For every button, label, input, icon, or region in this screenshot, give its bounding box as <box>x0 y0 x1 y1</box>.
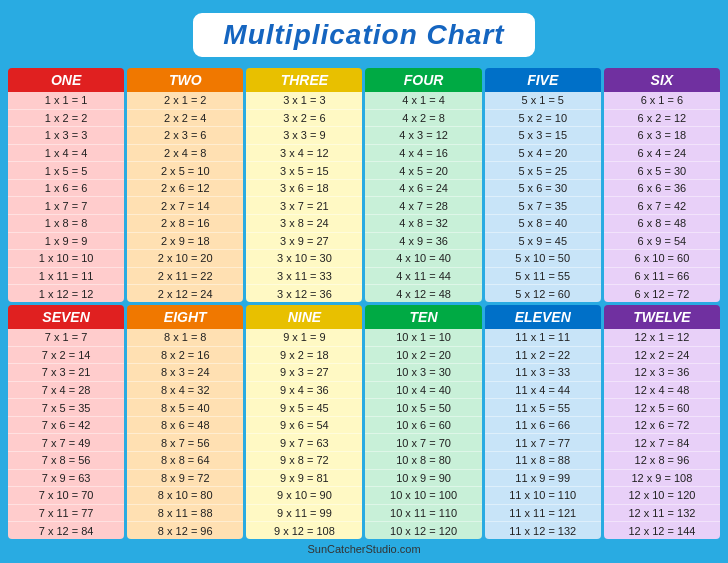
table-row: 8 x 8 = 64 <box>127 452 243 470</box>
table-row: 12 x 10 = 120 <box>604 487 720 505</box>
header-one: ONE <box>8 68 124 92</box>
column-three: THREE3 x 1 = 33 x 2 = 63 x 3 = 93 x 4 = … <box>246 68 362 302</box>
table-row: 7 x 8 = 56 <box>8 452 124 470</box>
table-row: 4 x 8 = 32 <box>365 215 481 233</box>
table-row: 11 x 8 = 88 <box>485 452 601 470</box>
table-row: 11 x 9 = 99 <box>485 470 601 488</box>
table-row: 6 x 2 = 12 <box>604 110 720 128</box>
table-row: 12 x 6 = 72 <box>604 417 720 435</box>
table-row: 4 x 6 = 24 <box>365 180 481 198</box>
table-row: 3 x 6 = 18 <box>246 180 362 198</box>
column-five: FIVE5 x 1 = 55 x 2 = 105 x 3 = 155 x 4 =… <box>485 68 601 302</box>
table-row: 3 x 2 = 6 <box>246 110 362 128</box>
table-row: 4 x 5 = 20 <box>365 162 481 180</box>
column-nine: NINE9 x 1 = 99 x 2 = 189 x 3 = 279 x 4 =… <box>246 305 362 539</box>
table-row: 6 x 6 = 36 <box>604 180 720 198</box>
table-row: 10 x 11 = 110 <box>365 505 481 523</box>
column-one: ONE1 x 1 = 11 x 2 = 21 x 3 = 31 x 4 = 41… <box>8 68 124 302</box>
table-row: 8 x 6 = 48 <box>127 417 243 435</box>
table-row: 8 x 11 = 88 <box>127 505 243 523</box>
table-row: 12 x 5 = 60 <box>604 399 720 417</box>
table-row: 7 x 10 = 70 <box>8 487 124 505</box>
table-row: 5 x 2 = 10 <box>485 110 601 128</box>
table-row: 2 x 9 = 18 <box>127 233 243 251</box>
table-row: 8 x 1 = 8 <box>127 329 243 347</box>
table-row: 3 x 1 = 3 <box>246 92 362 110</box>
table-row: 11 x 6 = 66 <box>485 417 601 435</box>
table-row: 12 x 3 = 36 <box>604 364 720 382</box>
table-row: 6 x 5 = 30 <box>604 162 720 180</box>
table-row: 8 x 9 = 72 <box>127 470 243 488</box>
table-row: 1 x 11 = 11 <box>8 268 124 286</box>
table-row: 12 x 7 = 84 <box>604 434 720 452</box>
table-row: 11 x 1 = 11 <box>485 329 601 347</box>
body-eleven: 11 x 1 = 1111 x 2 = 2211 x 3 = 3311 x 4 … <box>485 329 601 539</box>
table-row: 9 x 11 = 99 <box>246 505 362 523</box>
header-two: TWO <box>127 68 243 92</box>
table-row: 2 x 8 = 16 <box>127 215 243 233</box>
table-row: 4 x 12 = 48 <box>365 285 481 302</box>
table-row: 1 x 12 = 12 <box>8 285 124 302</box>
table-row: 11 x 5 = 55 <box>485 399 601 417</box>
table-row: 10 x 1 = 10 <box>365 329 481 347</box>
table-row: 5 x 7 = 35 <box>485 197 601 215</box>
table-row: 2 x 11 = 22 <box>127 268 243 286</box>
table-row: 9 x 10 = 90 <box>246 487 362 505</box>
table-row: 7 x 11 = 77 <box>8 505 124 523</box>
table-row: 1 x 6 = 6 <box>8 180 124 198</box>
table-row: 9 x 2 = 18 <box>246 347 362 365</box>
table-row: 11 x 11 = 121 <box>485 505 601 523</box>
column-ten: TEN10 x 1 = 1010 x 2 = 2010 x 3 = 3010 x… <box>365 305 481 539</box>
table-row: 6 x 4 = 24 <box>604 145 720 163</box>
table-row: 8 x 10 = 80 <box>127 487 243 505</box>
table-row: 5 x 11 = 55 <box>485 268 601 286</box>
table-row: 4 x 2 = 8 <box>365 110 481 128</box>
table-row: 10 x 2 = 20 <box>365 347 481 365</box>
table-row: 6 x 11 = 66 <box>604 268 720 286</box>
table-row: 7 x 7 = 49 <box>8 434 124 452</box>
body-four: 4 x 1 = 44 x 2 = 84 x 3 = 124 x 4 = 164 … <box>365 92 481 302</box>
table-row: 1 x 2 = 2 <box>8 110 124 128</box>
table-row: 1 x 10 = 10 <box>8 250 124 268</box>
body-twelve: 12 x 1 = 1212 x 2 = 2412 x 3 = 3612 x 4 … <box>604 329 720 539</box>
table-row: 5 x 9 = 45 <box>485 233 601 251</box>
table-row: 7 x 1 = 7 <box>8 329 124 347</box>
table-row: 5 x 5 = 25 <box>485 162 601 180</box>
table-row: 9 x 7 = 63 <box>246 434 362 452</box>
table-row: 9 x 12 = 108 <box>246 522 362 539</box>
table-row: 3 x 12 = 36 <box>246 285 362 302</box>
table-row: 8 x 2 = 16 <box>127 347 243 365</box>
table-row: 9 x 5 = 45 <box>246 399 362 417</box>
table-row: 6 x 9 = 54 <box>604 233 720 251</box>
table-row: 10 x 5 = 50 <box>365 399 481 417</box>
table-row: 1 x 1 = 1 <box>8 92 124 110</box>
column-seven: SEVEN7 x 1 = 77 x 2 = 147 x 3 = 217 x 4 … <box>8 305 124 539</box>
table-row: 10 x 6 = 60 <box>365 417 481 435</box>
column-eight: EIGHT8 x 1 = 88 x 2 = 168 x 3 = 248 x 4 … <box>127 305 243 539</box>
table-row: 6 x 7 = 42 <box>604 197 720 215</box>
header-five: FIVE <box>485 68 601 92</box>
body-one: 1 x 1 = 11 x 2 = 21 x 3 = 31 x 4 = 41 x … <box>8 92 124 302</box>
column-six: SIX6 x 1 = 66 x 2 = 126 x 3 = 186 x 4 = … <box>604 68 720 302</box>
table-row: 11 x 3 = 33 <box>485 364 601 382</box>
table-row: 1 x 3 = 3 <box>8 127 124 145</box>
table-row: 12 x 8 = 96 <box>604 452 720 470</box>
table-row: 7 x 6 = 42 <box>8 417 124 435</box>
table-row: 3 x 8 = 24 <box>246 215 362 233</box>
table-row: 4 x 7 = 28 <box>365 197 481 215</box>
header-nine: NINE <box>246 305 362 329</box>
table-row: 5 x 3 = 15 <box>485 127 601 145</box>
table-row: 9 x 4 = 36 <box>246 382 362 400</box>
table-row: 1 x 7 = 7 <box>8 197 124 215</box>
header-six: SIX <box>604 68 720 92</box>
table-row: 10 x 8 = 80 <box>365 452 481 470</box>
table-row: 12 x 12 = 144 <box>604 522 720 539</box>
table-row: 4 x 3 = 12 <box>365 127 481 145</box>
title-box: Multiplication Chart <box>190 10 537 60</box>
table-row: 8 x 7 = 56 <box>127 434 243 452</box>
table-row: 3 x 11 = 33 <box>246 268 362 286</box>
footer-credit: SunCatcherStudio.com <box>307 543 420 555</box>
table-row: 10 x 3 = 30 <box>365 364 481 382</box>
table-row: 9 x 9 = 81 <box>246 470 362 488</box>
header-ten: TEN <box>365 305 481 329</box>
